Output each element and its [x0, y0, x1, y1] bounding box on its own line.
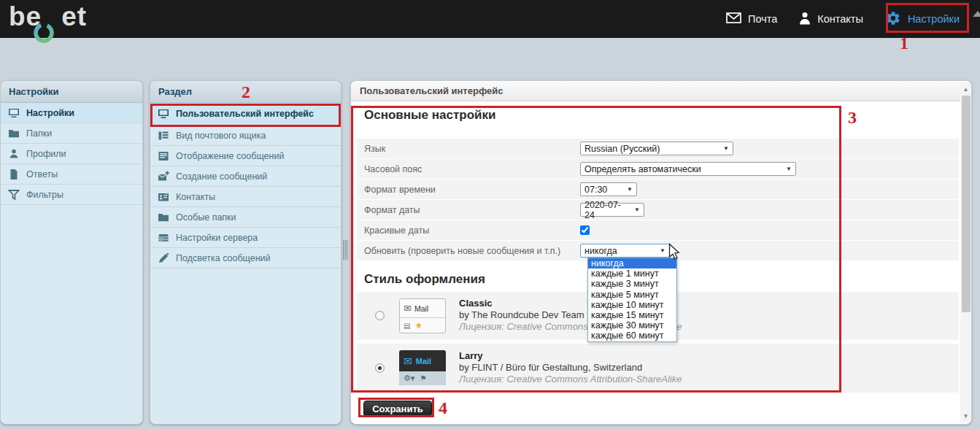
skin-heading: Стиль оформления — [364, 272, 485, 287]
section-item-label: Пользовательский интерфейс — [176, 109, 314, 119]
skin-license: Лицензия: Creative Commons Attribution-S… — [459, 374, 682, 384]
scroll-up-icon[interactable]: ▲ — [960, 84, 971, 94]
refresh-interval-dropdown: никогда каждые 1 минут каждые 3 минут ка… — [587, 258, 677, 342]
section-item-contacts[interactable]: Контакты — [150, 187, 341, 207]
timezone-select[interactable]: Определять автоматически▼ — [580, 162, 796, 176]
sidebar-item-label: Фильтры — [26, 190, 63, 200]
sidebar-item-folders[interactable]: Папки — [1, 123, 142, 144]
section-item-label: Особые папки — [176, 212, 236, 223]
form-row-date-format: Формат даты 2020-07-24▼ — [357, 200, 959, 220]
nav-contacts-label: Контакты — [817, 13, 863, 25]
dropdown-option[interactable]: каждые 1 минут — [588, 268, 676, 279]
nav-mail-label: Почта — [748, 13, 777, 25]
larry-mail-icon: ✉ — [404, 355, 412, 367]
time-format-select[interactable]: 07:30▼ — [580, 182, 637, 196]
skin-name: Classic — [459, 298, 493, 309]
field-label: Язык — [357, 144, 580, 154]
nav-contacts[interactable]: Контакты — [799, 12, 863, 27]
language-select[interactable]: Russian (Русский)▼ — [580, 142, 733, 155]
compose-icon — [158, 171, 169, 182]
panel-title: Пользовательский интерфейс — [351, 81, 971, 101]
section-item-label: Контакты — [176, 192, 215, 202]
skin-author: by The Roundcube Dev Team — [459, 309, 584, 320]
gear-icon — [885, 10, 901, 28]
sidebar-item-responses[interactable]: Ответы — [1, 164, 142, 185]
folder-icon — [158, 212, 169, 223]
section-item-label: Создание сообщений — [176, 171, 267, 182]
logo-g-ring — [32, 22, 55, 45]
scroll-down-icon[interactable]: ▼ — [960, 411, 971, 421]
section-item-label: Подсветка сообщений — [176, 253, 271, 263]
gear-icon: ⚙▾ — [404, 374, 414, 383]
skin-name: Larry — [459, 350, 483, 361]
sidebar-item-filters[interactable]: Фильтры — [1, 185, 142, 205]
server-icon — [158, 232, 169, 244]
dropdown-option[interactable]: каждые 60 минут — [588, 331, 676, 341]
section-item-composing[interactable]: Создание сообщений — [150, 166, 341, 187]
chevron-down-icon: ▼ — [723, 145, 729, 152]
general-settings-form: Язык Russian (Русский)▼ Часовой пояс Опр… — [357, 139, 959, 261]
refresh-interval-select[interactable]: никогда▼ — [580, 244, 670, 258]
sections-title: Раздел — [150, 81, 341, 103]
mail-icon — [726, 12, 741, 26]
dropdown-option[interactable]: никогда — [588, 258, 676, 268]
classic-toolbar-icon: ▤ — [404, 322, 410, 330]
classic-mail-icon: ✉↓ — [404, 303, 412, 314]
nav-settings-label: Настройки — [908, 13, 960, 25]
message-display-icon — [158, 150, 169, 162]
pretty-dates-checkbox[interactable] — [580, 225, 590, 235]
section-item-message-highlights[interactable]: Подсветка сообщений — [150, 248, 341, 268]
section-item-message-display[interactable]: Отображение сообщений — [150, 146, 341, 166]
field-label: Обновить (проверить новые сообщения и т.… — [357, 246, 580, 256]
chevron-down-icon: ▼ — [634, 206, 640, 213]
nav-settings[interactable]: Настройки — [885, 10, 960, 28]
mailbox-view-icon — [158, 130, 169, 142]
sidebar-item-label: Ответы — [26, 169, 58, 179]
field-label: Часовой пояс — [357, 164, 580, 174]
logo-text-suffix: et — [61, 1, 87, 32]
form-row-time-format: Формат времени 07:30▼ — [357, 179, 959, 199]
panel-scrollbar[interactable]: ▲ ▼ — [960, 82, 971, 422]
sidebar-item-label: Настройки — [26, 108, 74, 118]
skin-option-larry[interactable]: ✉Mail ⚙▾⚑ Larry by FLINT / Büro für Gest… — [357, 344, 959, 393]
field-label: Красивые даты — [357, 225, 580, 236]
section-item-label: Отображение сообщений — [176, 151, 284, 161]
dropdown-option[interactable]: каждые 5 минут — [588, 290, 676, 300]
pencil-icon — [158, 252, 169, 264]
vcard-icon — [158, 191, 169, 203]
dropdown-option[interactable]: каждые 30 минут — [588, 320, 676, 331]
file-icon — [8, 169, 20, 180]
sidebar-item-identities[interactable]: Профили — [1, 144, 142, 164]
nav-mail[interactable]: Почта — [726, 12, 777, 26]
dropdown-option[interactable]: каждые 3 минут — [588, 279, 676, 289]
section-item-user-interface[interactable]: Пользовательский интерфейс — [150, 103, 341, 125]
dropdown-option[interactable]: каждые 15 минут — [588, 310, 676, 320]
chevron-down-icon: ▼ — [786, 166, 792, 172]
chevron-down-icon: ▼ — [660, 247, 665, 254]
form-row-pretty-dates: Красивые даты — [357, 220, 959, 240]
window-scroll-arrow-icon[interactable] — [973, 11, 980, 17]
larry-radio[interactable] — [375, 363, 385, 373]
dropdown-option[interactable]: каждые 10 минут — [588, 300, 676, 310]
general-settings-heading: Основные настройки — [364, 108, 495, 123]
classic-radio[interactable] — [375, 311, 385, 320]
funnel-icon — [8, 189, 20, 201]
classic-skin-thumbnail: ✉↓Mail ▤★ — [399, 298, 446, 333]
section-item-server-settings[interactable]: Настройки сервера — [150, 228, 341, 248]
date-format-select[interactable]: 2020-07-24▼ — [580, 203, 644, 217]
save-button[interactable]: Сохранить — [363, 401, 432, 417]
contacts-icon — [799, 12, 811, 27]
sidebar-item-settings[interactable]: Настройки — [1, 103, 142, 123]
monitor-icon — [8, 107, 20, 119]
sidebar-item-label: Профили — [26, 149, 66, 159]
person-icon — [8, 148, 20, 160]
section-item-mailbox-view[interactable]: Вид почтового ящика — [150, 125, 341, 146]
column-splitter-handle[interactable] — [343, 240, 348, 260]
skin-author: by FLINT / Büro für Gestaltung, Switzerl… — [459, 362, 642, 373]
topbar: beet Почта Контакты Настройки — [0, 0, 980, 38]
section-item-special-folders[interactable]: Особые папки — [150, 207, 341, 228]
scrollbar-thumb[interactable] — [962, 96, 971, 312]
sidebar-title: Настройки — [1, 81, 142, 103]
folder-icon — [8, 128, 20, 139]
form-row-timezone: Часовой пояс Определять автоматически▼ — [357, 159, 959, 179]
